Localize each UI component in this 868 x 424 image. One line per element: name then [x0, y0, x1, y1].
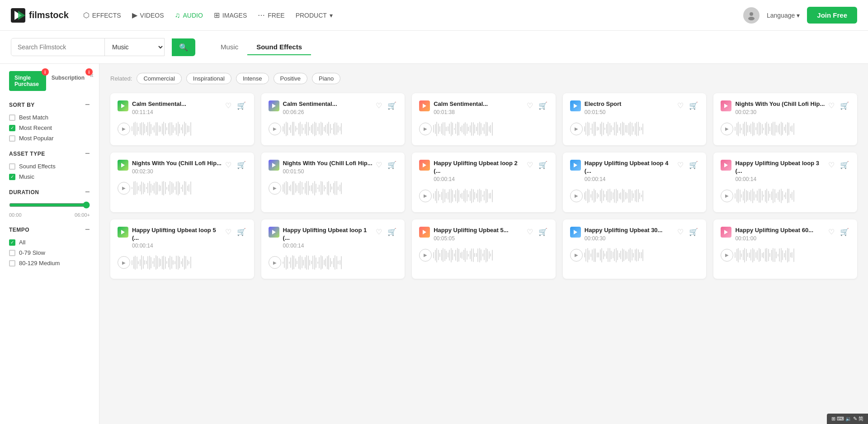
wave-bar [468, 194, 469, 197]
sort-most-recent-checkbox[interactable]: ✓ [9, 125, 15, 131]
cart-button[interactable]: 🛒 [387, 227, 397, 237]
like-button[interactable]: ♡ [375, 160, 383, 170]
like-button[interactable]: ♡ [375, 227, 383, 237]
sort-best-match-checkbox[interactable] [9, 114, 15, 121]
like-button[interactable]: ♡ [224, 100, 232, 111]
cart-button[interactable]: 🛒 [236, 227, 247, 237]
wave-bar [436, 189, 437, 203]
single-purchase-tab[interactable]: Single Purchase i [9, 71, 46, 91]
tempo-slow-checkbox[interactable] [9, 250, 15, 256]
nav-product[interactable]: PRODUCT ▾ [296, 12, 333, 19]
tag-intense[interactable]: Intense [236, 73, 269, 84]
play-button[interactable]: ▶ [269, 256, 281, 269]
user-avatar[interactable] [743, 7, 760, 24]
search-button[interactable]: 🔍 [172, 38, 195, 56]
wave-bar [324, 260, 325, 265]
like-button[interactable]: ♡ [676, 227, 684, 237]
tab-sound-effects[interactable]: Sound Effects [247, 39, 311, 55]
play-button[interactable]: ▶ [419, 249, 432, 262]
tempo-medium[interactable]: 80-129 Medium [9, 260, 90, 267]
duration-slider[interactable] [9, 201, 90, 209]
play-button[interactable]: ▶ [419, 190, 432, 202]
like-button[interactable]: ♡ [375, 100, 383, 111]
play-button[interactable]: ▶ [269, 123, 281, 135]
nav-images[interactable]: ⊞ IMAGES [214, 11, 247, 19]
wave-bar [312, 124, 313, 134]
tempo-slow[interactable]: 0-79 Slow [9, 249, 90, 256]
nav-videos[interactable]: ▶ VIDEOS [132, 11, 164, 19]
cart-button[interactable]: 🛒 [839, 100, 850, 111]
asset-sound-effects-checkbox[interactable] [9, 163, 15, 170]
like-button[interactable]: ♡ [827, 227, 835, 237]
wave-bars [283, 180, 398, 196]
language-selector[interactable]: Language ▾ [767, 12, 800, 19]
like-button[interactable]: ♡ [224, 160, 232, 170]
cart-button[interactable]: 🛒 [688, 100, 699, 111]
cart-button[interactable]: 🛒 [538, 160, 548, 170]
audio-card: Happy Uplifting Upbeat loop 4 (... 00:00… [563, 152, 707, 212]
cart-button[interactable]: 🛒 [387, 100, 397, 111]
sort-best-match[interactable]: Best Match [9, 114, 90, 121]
like-button[interactable]: ♡ [526, 160, 534, 170]
cart-button[interactable]: 🛒 [839, 160, 850, 170]
sort-most-popular[interactable]: Most Popular [9, 135, 90, 142]
cart-button[interactable]: 🛒 [236, 100, 247, 111]
tag-positive[interactable]: Positive [274, 73, 308, 84]
wave-bar [454, 253, 455, 257]
nav-free[interactable]: ⋯ FREE [258, 11, 284, 19]
sort-most-popular-checkbox[interactable] [9, 135, 15, 142]
wave-bar [292, 181, 293, 195]
tag-piano[interactable]: Piano [312, 73, 340, 84]
play-button[interactable]: ▶ [570, 249, 583, 262]
sort-most-recent[interactable]: ✓ Most Recent [9, 124, 90, 131]
asset-type-collapse[interactable]: − [85, 149, 90, 158]
tempo-collapse[interactable]: − [85, 225, 90, 234]
search-input[interactable] [11, 39, 104, 55]
tempo-medium-checkbox[interactable] [9, 260, 15, 267]
card-top: Happy Uplifting Upbeat loop 5 (... 00:00… [118, 227, 247, 249]
play-button[interactable]: ▶ [570, 123, 583, 135]
wave-bar [738, 189, 739, 203]
sort-by-collapse[interactable]: − [85, 100, 90, 110]
like-button[interactable]: ♡ [224, 227, 232, 237]
tempo-all-checkbox[interactable]: ✓ [9, 239, 15, 246]
tempo-all[interactable]: ✓ All [9, 239, 90, 246]
play-button[interactable]: ▶ [118, 182, 130, 195]
asset-sound-effects[interactable]: Sound Effects [9, 163, 90, 170]
play-button[interactable]: ▶ [570, 190, 583, 202]
nav-audio[interactable]: ♫ AUDIO [175, 11, 203, 19]
cart-button[interactable]: 🛒 [538, 227, 548, 237]
like-button[interactable]: ♡ [827, 160, 835, 170]
cart-button[interactable]: 🛒 [839, 227, 850, 237]
category-select[interactable]: Music Sound Effects Audio [104, 38, 164, 56]
play-button[interactable]: ▶ [419, 123, 432, 135]
asset-music[interactable]: ✓ Music [9, 173, 90, 180]
logo[interactable]: filmstock [11, 8, 69, 23]
like-button[interactable]: ♡ [676, 160, 684, 170]
play-button[interactable]: ▶ [269, 182, 281, 195]
wave-bar [457, 248, 458, 262]
play-button[interactable]: ▶ [721, 249, 733, 262]
play-button[interactable]: ▶ [118, 123, 130, 135]
play-button[interactable]: ▶ [721, 123, 733, 135]
tag-commercial[interactable]: Commercial [137, 73, 181, 84]
card-duration: 00:02:30 [132, 168, 222, 175]
like-button[interactable]: ♡ [827, 100, 835, 111]
nav-effects[interactable]: ⬡ EFFECTS [83, 11, 121, 19]
cart-button[interactable]: 🛒 [236, 160, 247, 170]
tab-music[interactable]: Music [212, 39, 247, 55]
like-button[interactable]: ♡ [526, 227, 534, 237]
tag-inspirational[interactable]: Inspirational [186, 73, 231, 84]
play-button[interactable]: ▶ [721, 190, 733, 202]
play-button[interactable]: ▶ [118, 256, 130, 269]
like-button[interactable]: ♡ [676, 100, 684, 111]
cart-button[interactable]: 🛒 [688, 160, 699, 170]
join-free-button[interactable]: Join Free [807, 7, 857, 24]
like-button[interactable]: ♡ [526, 100, 534, 111]
cart-button[interactable]: 🛒 [538, 100, 548, 111]
cart-button[interactable]: 🛒 [688, 227, 699, 237]
cart-button[interactable]: 🛒 [387, 160, 397, 170]
subscription-tab[interactable]: Subscription i [46, 71, 90, 91]
duration-collapse[interactable]: − [85, 187, 90, 197]
asset-music-checkbox[interactable]: ✓ [9, 174, 15, 180]
